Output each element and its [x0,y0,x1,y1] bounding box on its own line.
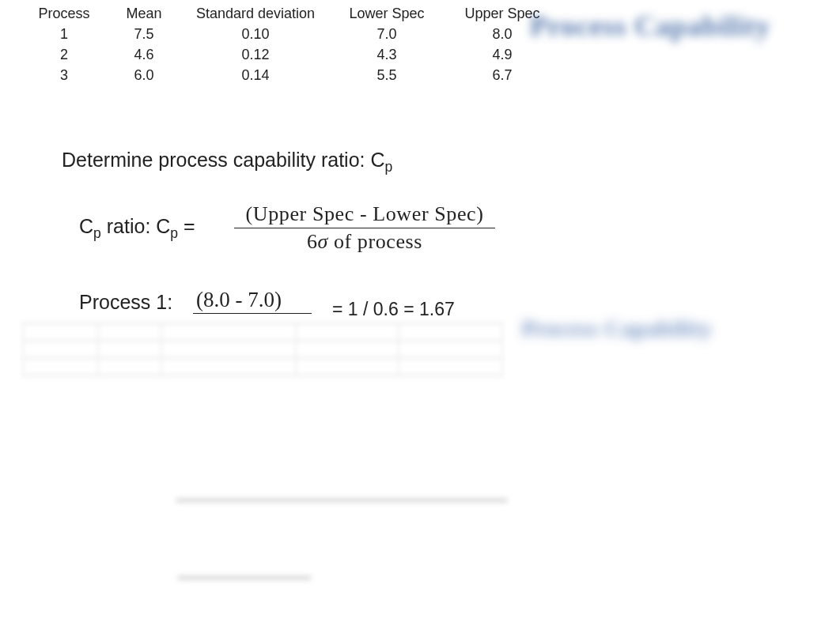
cell-mean: 4.6 [106,44,182,65]
cell-process: 1 [22,24,106,44]
cell-lspec: 4.3 [329,44,445,65]
table-header-row: Process Mean Standard deviation Lower Sp… [22,3,560,24]
cp-ratio-text: ratio: C [101,215,171,237]
cell-process: 3 [22,65,106,85]
blurred-text-line-2 [177,575,312,580]
process-table: Process Mean Standard deviation Lower Sp… [22,3,560,85]
heading-subscript: p [385,159,393,175]
fraction-denominator: 6σ of process [226,228,503,254]
process1-numerator-expression: (8.0 - 7.0) [196,288,282,312]
cp-ratio-label: Cp ratio: Cp = [79,215,195,242]
process1-result: = 1 / 0.6 = 1.67 [332,299,455,320]
cell-process: 2 [22,44,106,65]
cp-symbol-1: C [79,215,93,237]
col-header-lspec: Lower Spec [329,3,445,24]
blurred-table-below [22,323,503,376]
sigma-symbol: σ [317,230,327,253]
den-of-process: of process [328,230,422,253]
table-row: 1 7.5 0.10 7.0 8.0 [22,24,560,44]
table-row: 3 6.0 0.14 5.5 6.7 [22,65,560,85]
den-six: 6 [307,230,318,253]
table-row: 2 4.6 0.12 4.3 4.9 [22,44,560,65]
cell-uspec: 6.7 [445,65,560,85]
fraction-numerator: (Upper Spec - Lower Spec) [226,202,503,228]
cell-lspec: 7.0 [329,24,445,44]
cell-lspec: 5.5 [329,65,445,85]
process1-fraction-bar [193,313,312,314]
cp-formula-fraction: (Upper Spec - Lower Spec) 6σ of process [226,202,503,254]
cell-uspec: 4.9 [445,44,560,65]
blurred-text-line-1 [176,498,508,503]
process1-label: Process 1: [79,291,172,314]
cell-stdev: 0.12 [182,44,329,65]
cell-mean: 6.0 [106,65,182,85]
col-header-stdev: Standard deviation [182,3,329,24]
col-header-process: Process [22,3,106,24]
cell-stdev: 0.10 [182,24,329,44]
cell-mean: 7.5 [106,24,182,44]
cp-sub-1: p [93,225,101,241]
blurred-title-top: Process Capability [530,9,770,43]
cell-stdev: 0.14 [182,65,329,85]
heading-determine-cp: Determine process capability ratio: Cp [62,149,392,175]
cp-sub-2: p [170,225,178,241]
col-header-mean: Mean [106,3,182,24]
heading-text: Determine process capability ratio: C [62,149,385,171]
cp-equals: = [178,215,195,237]
blurred-title-mid: Process Capability [522,316,713,341]
